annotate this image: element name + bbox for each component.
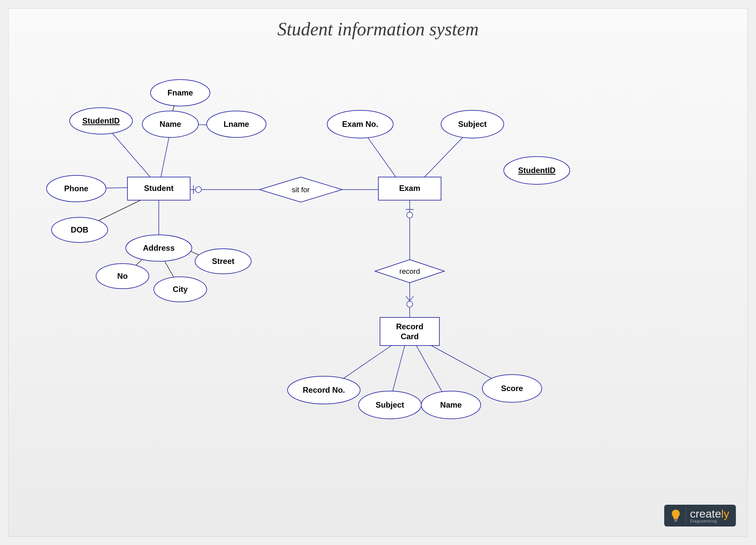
attr-street-label: Street [212, 256, 234, 265]
entity-record-card [380, 318, 439, 346]
logo-text-main: creately [690, 508, 729, 519]
cardinality-student-side [195, 187, 201, 192]
entity-record-card-label-1: Record [396, 322, 424, 331]
attr-studentid-label: StudentID [82, 116, 120, 125]
attr-address-label: Address [143, 243, 175, 252]
er-diagram: Student Exam Record Card sit for record … [9, 9, 748, 537]
entity-record-card-label-2: Card [401, 332, 419, 341]
attr-examno-label: Exam No. [342, 119, 378, 128]
attr-fname-label: Fname [167, 88, 193, 97]
bulb-icon [671, 508, 686, 523]
entity-student-label: Student [144, 184, 173, 192]
attr-no-label: No [117, 271, 128, 281]
svg-rect-1 [674, 521, 677, 522]
attr-score-label: Score [501, 384, 523, 393]
svg-rect-0 [674, 519, 677, 520]
cardinality-exam-bottom [407, 212, 413, 218]
attr-exam-studentid-label: StudentID [518, 166, 555, 175]
attr-name-label: Name [159, 119, 181, 128]
attr-rc-name-label: Name [440, 400, 462, 409]
diagram-canvas: Student information system [8, 8, 748, 537]
entity-exam-label: Exam [399, 184, 420, 192]
logo-text-sub: Diagramming [690, 519, 729, 523]
relationship-sit-for-label: sit for [292, 186, 310, 194]
attr-recordno-label: Record No. [303, 386, 345, 394]
relationship-record-label: record [399, 267, 420, 276]
cardinality-record-bottom [407, 301, 413, 307]
attr-phone-label: Phone [64, 184, 88, 193]
attr-exam-subject-label: Subject [458, 119, 487, 128]
creately-logo: creately Diagramming [664, 505, 736, 527]
attr-city-label: City [173, 285, 188, 294]
attr-lname-label: Lname [223, 119, 249, 128]
attr-rc-subject-label: Subject [376, 400, 404, 409]
attr-dob-label: DOB [71, 225, 88, 234]
